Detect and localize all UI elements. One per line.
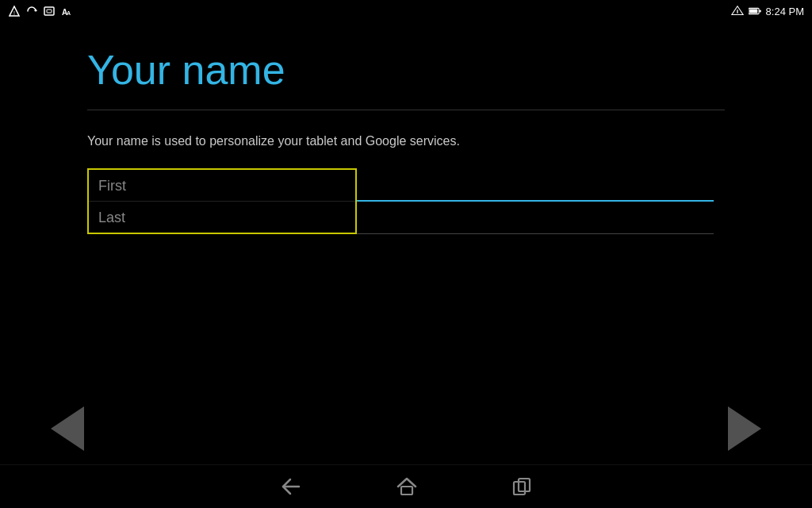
name-fields-box xyxy=(87,168,357,234)
status-bar-left: ! A A xyxy=(8,5,73,17)
font-icon: A A xyxy=(60,5,73,17)
status-bar: ! A A xyxy=(0,0,812,22)
last-underline-wrapper xyxy=(357,202,714,235)
divider xyxy=(87,110,725,110)
home-button[interactable] xyxy=(396,477,417,496)
back-button[interactable] xyxy=(281,478,301,495)
svg-rect-13 xyxy=(401,487,412,495)
signal-icon xyxy=(731,5,744,17)
last-name-input[interactable] xyxy=(98,210,346,226)
svg-text:!: ! xyxy=(13,10,15,16)
time-display: 8:24 PM xyxy=(766,6,804,17)
underlines-container xyxy=(357,168,714,234)
recents-button[interactable] xyxy=(512,477,531,496)
left-arrow-icon xyxy=(51,406,84,451)
refresh-icon xyxy=(25,5,38,17)
back-arrow-button[interactable] xyxy=(48,409,87,448)
first-name-input[interactable] xyxy=(98,178,346,194)
svg-rect-3 xyxy=(44,7,54,15)
nav-row xyxy=(0,397,812,460)
svg-rect-11 xyxy=(759,10,760,13)
last-name-row xyxy=(89,202,355,233)
svg-rect-10 xyxy=(749,9,757,13)
description-text: Your name is used to personalize your ta… xyxy=(87,134,725,148)
right-arrow-icon xyxy=(728,406,761,451)
form-area xyxy=(87,168,714,234)
svg-rect-4 xyxy=(47,10,52,13)
last-name-underline xyxy=(357,233,714,234)
page-title: Your name xyxy=(87,46,725,94)
forward-arrow-button[interactable] xyxy=(725,409,764,448)
svg-text:A: A xyxy=(67,10,71,16)
first-name-row xyxy=(89,170,355,202)
main-content: Your name Your name is used to personali… xyxy=(0,22,812,460)
alert-icon: ! xyxy=(8,5,21,17)
battery-icon xyxy=(749,5,761,17)
first-underline-wrapper xyxy=(357,168,714,202)
bottom-nav xyxy=(0,464,812,508)
status-bar-right: 8:24 PM xyxy=(731,5,804,17)
screenshot-icon xyxy=(43,5,56,17)
